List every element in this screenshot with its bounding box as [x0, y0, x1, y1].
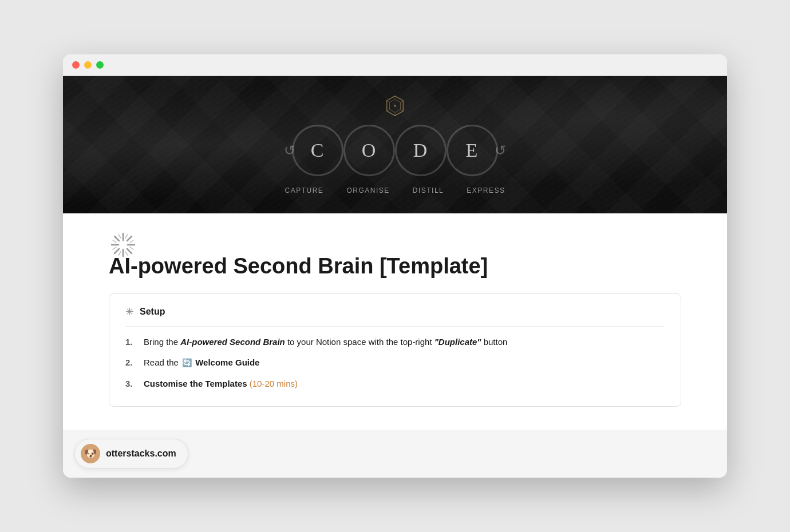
main-content: AI-powered Second Brain [Template] ✳ Set… — [63, 213, 727, 430]
svg-line-21 — [113, 247, 116, 249]
setup-item-2-text: Read the 🔄 Welcome Guide — [144, 356, 259, 370]
letter-e-circle: E — [447, 125, 498, 176]
code-letters-row: ↺ C O D E ↺ — [287, 125, 503, 176]
page-title: AI-powered Second Brain [Template] — [109, 253, 681, 280]
brand-avatar: 🐶 — [81, 444, 100, 463]
setup-item-3-text: Customise the Templates (10-20 mins) — [144, 378, 298, 391]
bottom-bar: 🐶 otterstacks.com — [63, 430, 727, 478]
setup-item-3: 3. Customise the Templates (10-20 mins) — [125, 378, 665, 391]
nav-distill[interactable]: DISTILL — [413, 186, 444, 194]
svg-line-4 — [401, 101, 404, 102]
maximize-button[interactable] — [96, 61, 104, 69]
minimize-button[interactable] — [84, 61, 92, 69]
setup-list: 1. Bring the AI-powered Second Brain to … — [125, 336, 665, 391]
svg-line-19 — [118, 235, 121, 238]
ai-brain-text: AI-powered Second Brain — [180, 337, 285, 347]
svg-line-8 — [387, 101, 390, 102]
letter-e: E — [466, 140, 479, 161]
refresh-icon: 🔄 — [182, 358, 192, 367]
svg-line-17 — [113, 240, 116, 243]
close-button[interactable] — [72, 61, 80, 69]
logo-icon — [384, 95, 406, 119]
svg-line-23 — [118, 252, 121, 255]
svg-point-2 — [394, 105, 396, 107]
svg-line-20 — [125, 252, 128, 255]
duplicate-text: "Duplicate" — [434, 337, 481, 347]
letter-o-circle: O — [343, 125, 395, 176]
letter-c: C — [311, 140, 325, 161]
nav-express[interactable]: EXPRESS — [467, 186, 505, 194]
nav-capture[interactable]: CAPTURE — [285, 186, 324, 194]
right-arrow-icon: ↺ — [495, 142, 506, 158]
brand-name: otterstacks.com — [106, 448, 176, 459]
setup-card: ✳ Setup 1. Bring the AI-powered Second B… — [109, 293, 681, 407]
letter-o-wrap: O — [343, 125, 395, 176]
brand-avatar-emoji: 🐶 — [84, 447, 97, 460]
setup-title: Setup — [140, 307, 165, 317]
setup-item-1: 1. Bring the AI-powered Second Brain to … — [125, 336, 665, 349]
letter-c-wrap: C — [292, 125, 343, 176]
left-arrow-icon: ↺ — [284, 142, 295, 158]
brand-badge[interactable]: 🐶 otterstacks.com — [74, 439, 188, 469]
svg-line-22 — [130, 240, 133, 243]
code-nav: CAPTURE ORGANISE DISTILL EXPRESS — [285, 186, 505, 194]
time-estimate: (10-20 mins) — [250, 379, 298, 388]
setup-item-1-text: Bring the AI-powered Second Brain to you… — [144, 336, 507, 349]
svg-line-5 — [401, 109, 404, 111]
customise-text: Customise the Templates — [144, 379, 247, 388]
hero-banner: ↺ C O D E ↺ — [63, 76, 727, 213]
sunburst-icon — [109, 231, 137, 261]
list-number-1: 1. — [125, 336, 137, 349]
svg-line-15 — [127, 236, 132, 241]
letter-c-circle: C — [292, 125, 343, 176]
letter-d-circle: D — [395, 125, 447, 176]
letter-e-wrap: E — [447, 125, 498, 176]
letter-o: O — [362, 140, 377, 161]
letter-d: D — [413, 140, 429, 161]
list-number-3: 3. — [125, 378, 137, 391]
svg-line-7 — [387, 109, 390, 111]
svg-line-13 — [114, 236, 119, 241]
setup-header: ✳ Setup — [125, 305, 665, 327]
setup-item-2: 2. Read the 🔄 Welcome Guide — [125, 356, 665, 370]
svg-line-14 — [127, 249, 132, 253]
setup-icon: ✳ — [125, 305, 134, 318]
welcome-guide-text: Welcome Guide — [193, 358, 259, 367]
nav-organise[interactable]: ORGANISE — [346, 186, 389, 194]
svg-line-16 — [114, 249, 119, 253]
svg-line-24 — [125, 235, 128, 238]
browser-chrome — [63, 54, 727, 76]
letter-d-wrap: D — [395, 125, 447, 176]
browser-window: ↺ C O D E ↺ — [63, 54, 727, 478]
svg-line-18 — [130, 247, 133, 249]
list-number-2: 2. — [125, 356, 137, 370]
